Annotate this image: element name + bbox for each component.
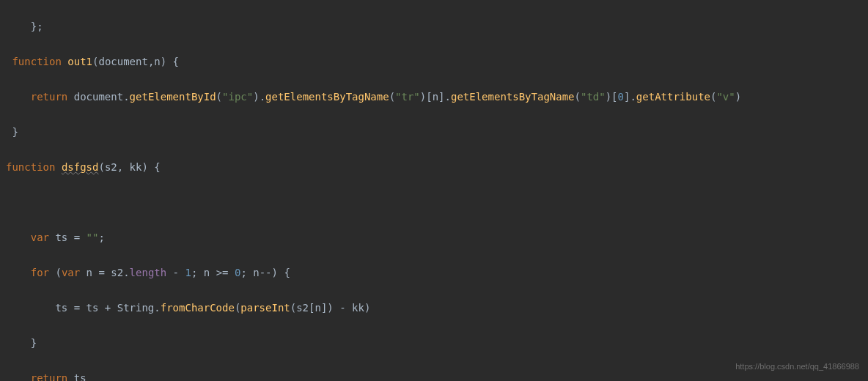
code-line: ts = ts + String.fromCharCode(parseInt(s…	[0, 299, 868, 317]
code-line: return document.getElementById("ipc").ge…	[0, 88, 868, 106]
code-line: }	[0, 123, 868, 141]
code-line: }	[0, 334, 868, 352]
code-line: function out1(document,n) {	[0, 53, 868, 70]
code-line: var ts = "";	[0, 229, 868, 246]
code-line	[0, 193, 868, 211]
code-line: for (var n = s2.length - 1; n >= 0; n--)…	[0, 264, 868, 281]
watermark-text: https://blog.csdn.net/qq_41866988	[735, 358, 859, 375]
code-editor[interactable]: }; function out1(document,n) { return do…	[0, 0, 868, 381]
code-line: function dsfgsd(s2, kk) {	[0, 158, 868, 176]
code-line: };	[0, 18, 868, 35]
